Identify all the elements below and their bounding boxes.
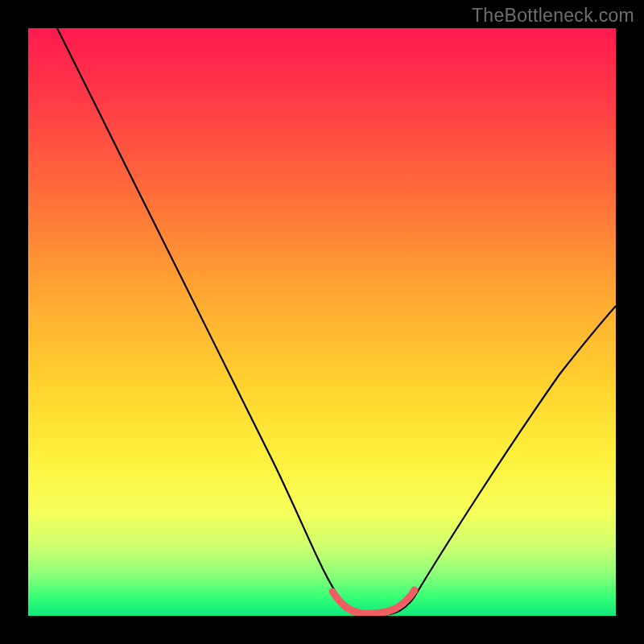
- plot-area: [28, 28, 616, 616]
- watermark-text: TheBottleneck.com: [472, 5, 634, 27]
- chart-frame: TheBottleneck.com: [0, 0, 644, 644]
- curve-layer: [28, 28, 616, 616]
- main-curve: [57, 28, 616, 615]
